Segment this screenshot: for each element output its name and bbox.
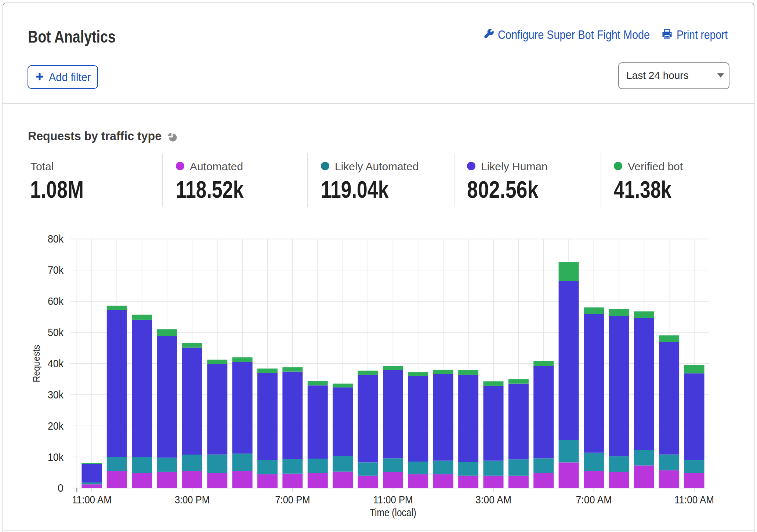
svg-text:10k: 10k xyxy=(48,451,64,463)
svg-text:3:00 PM: 3:00 PM xyxy=(175,494,210,506)
svg-text:11:00 AM: 11:00 AM xyxy=(674,494,714,506)
svg-text:30k: 30k xyxy=(48,389,64,401)
svg-text:50k: 50k xyxy=(48,327,64,338)
svg-text:3:00 AM: 3:00 AM xyxy=(475,494,511,506)
svg-text:7:00 AM: 7:00 AM xyxy=(576,494,612,506)
svg-text:11:00 PM: 11:00 PM xyxy=(373,494,413,506)
svg-text:0: 0 xyxy=(58,482,64,494)
svg-text:Time (local): Time (local) xyxy=(370,507,416,518)
svg-text:Requests: Requests xyxy=(31,345,42,382)
svg-text:40k: 40k xyxy=(48,358,64,369)
svg-text:60k: 60k xyxy=(48,295,64,307)
svg-text:7:00 PM: 7:00 PM xyxy=(275,494,310,506)
svg-text:11:00 AM: 11:00 AM xyxy=(72,494,112,506)
svg-text:20k: 20k xyxy=(48,420,64,432)
svg-text:80k: 80k xyxy=(48,233,64,245)
svg-text:70k: 70k xyxy=(48,264,64,276)
